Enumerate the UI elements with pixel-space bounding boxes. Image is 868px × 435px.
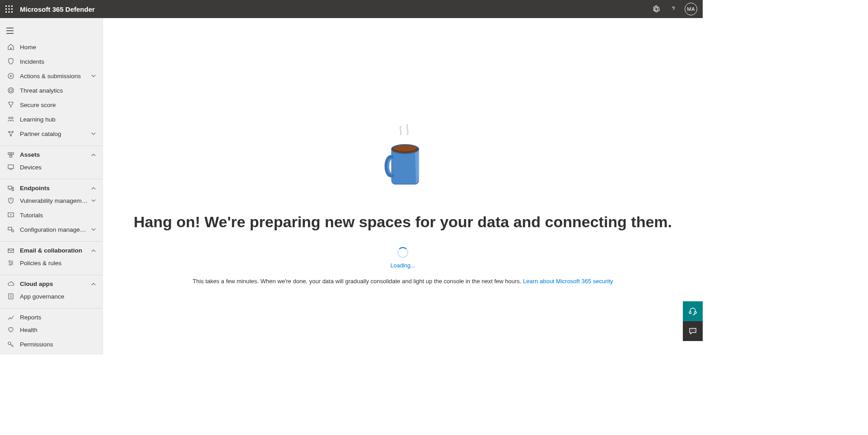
nav-label: Secure score xyxy=(20,102,97,108)
mug-illustration xyxy=(378,122,428,194)
chevron-up-icon xyxy=(90,282,97,286)
svg-rect-18 xyxy=(8,153,10,154)
nav-label: Threat analytics xyxy=(20,87,97,94)
nav-permissions[interactable]: Permissions xyxy=(0,337,103,351)
tutorials-icon xyxy=(6,210,15,220)
nav-vulnerability-management[interactable]: Vulnerability management xyxy=(0,193,103,208)
svg-rect-23 xyxy=(12,187,14,191)
nav-header-endpoints[interactable]: Endpoints xyxy=(0,179,103,193)
svg-point-29 xyxy=(12,262,13,264)
chevron-up-icon xyxy=(90,248,97,253)
nav-reports[interactable]: Reports xyxy=(0,308,103,323)
permissions-icon xyxy=(6,340,15,349)
nav-label: Assets xyxy=(20,151,90,158)
loading-spinner xyxy=(397,247,408,258)
email-icon xyxy=(6,246,15,255)
chevron-down-icon xyxy=(90,198,97,203)
nav-header-cloud-apps[interactable]: Cloud apps xyxy=(0,275,103,289)
svg-rect-8 xyxy=(11,11,13,13)
loading-label: Loading... xyxy=(391,262,415,269)
user-avatar[interactable]: MA xyxy=(685,3,697,15)
nav-label: Tutorials xyxy=(20,212,97,219)
nav-policies-rules[interactable]: Policies & rules xyxy=(0,256,103,270)
chevron-up-icon xyxy=(90,186,97,191)
feedback-fab[interactable] xyxy=(683,321,703,341)
svg-point-28 xyxy=(9,261,10,262)
actions-icon xyxy=(6,71,15,80)
reports-icon xyxy=(6,313,15,322)
svg-point-12 xyxy=(8,88,14,93)
shield-icon xyxy=(6,57,15,66)
nav-learning-hub[interactable]: Learning hub xyxy=(0,112,103,126)
trophy-icon xyxy=(6,100,15,109)
nav-partner-catalog[interactable]: Partner catalog xyxy=(0,126,103,141)
nav-home[interactable]: Home xyxy=(0,40,103,54)
support-fab[interactable] xyxy=(683,301,703,321)
svg-rect-21 xyxy=(8,165,14,168)
svg-point-11 xyxy=(9,89,12,92)
svg-point-14 xyxy=(11,117,13,119)
settings-button[interactable] xyxy=(648,0,665,18)
svg-point-13 xyxy=(9,117,10,119)
health-icon xyxy=(6,325,15,334)
nav-label: Endpoints xyxy=(20,185,90,192)
partner-icon xyxy=(6,129,15,138)
chevron-down-icon xyxy=(90,74,97,78)
threat-icon xyxy=(6,86,15,95)
loading-description-row: This takes a few minutes. When we're don… xyxy=(192,278,613,285)
svg-rect-25 xyxy=(8,227,12,230)
loading-heading: Hang on! We're preparing new spaces for … xyxy=(134,213,672,231)
nav-toggle-button[interactable] xyxy=(6,28,14,34)
nav-devices[interactable]: Devices xyxy=(0,160,103,174)
nav-incidents[interactable]: Incidents xyxy=(0,54,103,69)
learn-security-link[interactable]: Learn about Microsoft 365 security xyxy=(523,278,613,285)
svg-point-30 xyxy=(10,264,11,266)
waffle-icon xyxy=(5,5,13,13)
top-bar: Microsoft 365 Defender MA xyxy=(0,0,703,18)
svg-point-26 xyxy=(12,230,14,232)
help-icon xyxy=(669,5,677,13)
svg-rect-20 xyxy=(10,155,12,157)
svg-rect-3 xyxy=(5,9,7,10)
svg-rect-0 xyxy=(5,5,7,7)
nav-app-governance[interactable]: App governance xyxy=(0,289,103,304)
gear-icon xyxy=(652,5,660,13)
assets-icon xyxy=(6,150,15,159)
chevron-down-icon xyxy=(90,131,97,136)
nav-header-email[interactable]: Email & collaboration xyxy=(0,241,103,256)
nav-label: Learning hub xyxy=(20,116,97,123)
nav-tutorials[interactable]: Tutorials xyxy=(0,208,103,222)
nav-configuration-management[interactable]: Configuration management xyxy=(0,222,103,237)
avatar-initials: MA xyxy=(687,6,695,12)
svg-rect-1 xyxy=(9,5,10,7)
svg-rect-19 xyxy=(11,153,14,154)
loading-description: This takes a few minutes. When we're don… xyxy=(192,278,523,285)
policies-icon xyxy=(6,258,15,267)
svg-rect-2 xyxy=(11,5,13,7)
svg-rect-4 xyxy=(9,9,10,10)
nav-threat-analytics[interactable]: Threat analytics xyxy=(0,83,103,98)
cloud-icon xyxy=(6,280,15,289)
nav-label: Policies & rules xyxy=(20,260,97,267)
svg-rect-5 xyxy=(11,9,13,10)
nav-label: Configuration management xyxy=(20,226,90,233)
nav-label: Health xyxy=(20,327,97,333)
app-launcher-button[interactable] xyxy=(0,0,18,18)
side-nav: Home Incidents Actions & submissions Thr… xyxy=(0,18,103,355)
main-content: Hang on! We're preparing new spaces for … xyxy=(103,18,703,355)
help-button[interactable] xyxy=(665,0,682,18)
svg-point-35 xyxy=(393,145,417,151)
app-title: Microsoft 365 Defender xyxy=(20,5,95,13)
home-icon xyxy=(6,42,15,51)
nav-actions-submissions[interactable]: Actions & submissions xyxy=(0,69,103,83)
nav-label: Vulnerability management xyxy=(20,197,90,204)
nav-label: Cloud apps xyxy=(20,281,90,287)
svg-rect-22 xyxy=(8,186,12,189)
nav-label: Partner catalog xyxy=(20,131,90,137)
nav-secure-score[interactable]: Secure score xyxy=(0,98,103,112)
nav-health[interactable]: Health xyxy=(0,323,103,337)
config-icon xyxy=(6,225,15,234)
nav-label: App governance xyxy=(20,293,97,300)
nav-label: Home xyxy=(20,44,97,51)
nav-header-assets[interactable]: Assets xyxy=(0,145,103,160)
